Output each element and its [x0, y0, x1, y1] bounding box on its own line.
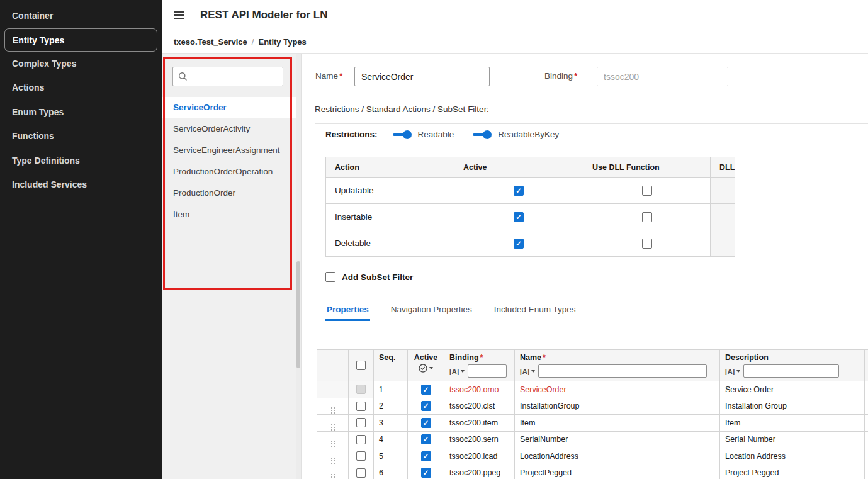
name-cell: InstallationGroup	[515, 398, 720, 415]
tab-properties[interactable]: Properties	[325, 305, 370, 321]
seq-cell: 3	[374, 415, 408, 432]
drag-handle-icon[interactable]	[331, 452, 335, 459]
binding-filter-input[interactable]	[468, 364, 507, 378]
active-checkbox[interactable]	[421, 434, 431, 444]
properties-header-row: Seq. Active Binding*	[317, 350, 868, 381]
add-subset-filter-checkbox[interactable]	[325, 272, 335, 282]
panel-scrollbar[interactable]	[296, 54, 301, 479]
entity-search-input[interactable]	[188, 72, 283, 81]
main-content: Name* Binding* Restrictions / Standard A…	[302, 54, 868, 479]
name-filter-input[interactable]	[538, 364, 707, 378]
active-checkbox[interactable]	[421, 451, 431, 461]
required-asterisk: *	[574, 71, 577, 81]
active-checkbox[interactable]	[421, 401, 431, 411]
row-select-checkbox[interactable]	[356, 402, 366, 411]
seq-cell: 2	[374, 398, 408, 415]
drag-handle-icon[interactable]	[331, 435, 335, 442]
select-all-checkbox[interactable]	[356, 361, 366, 370]
chevron-down-icon	[461, 370, 465, 373]
active-checkbox[interactable]	[421, 385, 431, 395]
sidebar-item-functions[interactable]: Functions	[0, 124, 162, 149]
use-dll-checkbox[interactable]	[642, 239, 652, 249]
use-dll-checkbox[interactable]	[642, 212, 652, 222]
sidebar-item-entity-types[interactable]: Entity Types	[4, 28, 157, 52]
alpha-filter-button[interactable]: [A]	[725, 368, 735, 375]
active-cell	[408, 415, 444, 432]
row-select-checkbox[interactable]	[356, 435, 366, 444]
drag-cell	[317, 381, 349, 398]
active-checkbox[interactable]	[514, 186, 524, 196]
name-input[interactable]	[354, 67, 490, 86]
row-select-checkbox[interactable]	[356, 418, 366, 427]
sidebar: ContainerEntity TypesComplex TypesAction…	[0, 0, 162, 479]
drag-dots	[331, 424, 332, 425]
dll-cell	[711, 230, 735, 257]
active-checkbox[interactable]	[514, 239, 524, 249]
sidebar-item-included-services[interactable]: Included Services	[0, 172, 162, 197]
required-asterisk: *	[339, 71, 342, 81]
select-cell	[349, 431, 374, 448]
drag-handle-icon[interactable]	[331, 402, 335, 409]
row-select-checkbox[interactable]	[356, 451, 366, 461]
alpha-filter-button[interactable]: [A]	[449, 368, 459, 375]
column-header-overflow	[865, 350, 868, 381]
required-asterisk: *	[480, 353, 483, 362]
entity-item-item[interactable]: Item	[162, 204, 296, 225]
active-checkbox[interactable]	[514, 212, 524, 222]
column-header-select	[349, 350, 374, 381]
name-cell: ServiceOrder	[515, 381, 720, 398]
scrollbar-thumb[interactable]	[296, 261, 300, 368]
hamburger-menu-icon[interactable]	[174, 11, 184, 19]
sidebar-item-enum-types[interactable]: Enum Types	[0, 100, 162, 125]
column-header-seq: Seq.	[374, 350, 408, 381]
tabs-divider	[315, 322, 868, 322]
sidebar-item-type-definitions[interactable]: Type Definitions	[0, 149, 162, 173]
binding-cell: tssoc200.clst	[444, 398, 515, 415]
toggle-readable[interactable]: Readable	[393, 130, 454, 139]
toggle-knob	[483, 130, 492, 139]
entity-item-serviceorderactivity[interactable]: ServiceOrderActivity	[162, 118, 296, 140]
tab-navigation-properties[interactable]: Navigation Properties	[390, 305, 473, 321]
use-dll-checkbox[interactable]	[642, 186, 652, 196]
property-row-1: 1tssoc200.ornoServiceOrderService Order	[317, 381, 868, 398]
tab-included-enum-types[interactable]: Included Enum Types	[493, 305, 577, 321]
breadcrumb: txeso.Test_Service / Entity Types	[162, 30, 868, 54]
active-checkbox[interactable]	[421, 468, 431, 478]
entity-item-serviceengineerassignment[interactable]: ServiceEngineerAssignment	[162, 140, 296, 161]
toggle-label: ReadableByKey	[498, 130, 559, 139]
entity-item-productionorder[interactable]: ProductionOrder	[162, 183, 296, 204]
name-cell: LocationAddress	[515, 448, 720, 465]
overflow-cell	[865, 381, 868, 398]
description-cell: Service Order	[720, 381, 865, 398]
section-divider	[315, 123, 868, 124]
alpha-filter-button[interactable]: [A]	[520, 368, 529, 375]
entity-item-productionorderoperation[interactable]: ProductionOrderOperation	[162, 161, 296, 183]
property-row-3: 3tssoc200.itemItemItem	[317, 415, 868, 432]
sidebar-item-complex-types[interactable]: Complex Types	[0, 52, 162, 76]
active-filter-button[interactable]	[413, 364, 439, 373]
row-select-checkbox[interactable]	[356, 468, 366, 478]
overflow-cell	[865, 415, 868, 432]
drag-cell	[317, 448, 349, 465]
name-cell: ProjectPegged	[515, 465, 720, 479]
sidebar-item-container[interactable]: Container	[0, 4, 162, 28]
description-cell: Project Pegged	[720, 465, 865, 479]
binding-cell: tssoc200.item	[444, 415, 515, 432]
toggle-switch-readable[interactable]	[393, 130, 412, 139]
toggle-switch-readablebykey[interactable]	[473, 130, 492, 139]
name-cell: SerialNumber	[515, 431, 720, 448]
column-header-action: Action	[326, 157, 454, 178]
add-subset-filter-label: Add SubSet Filter	[342, 273, 413, 282]
drag-handle-icon[interactable]	[331, 468, 335, 475]
toggle-readablebykey[interactable]: ReadableByKey	[473, 130, 559, 139]
entity-item-serviceorder[interactable]: ServiceOrder	[162, 97, 296, 118]
chevron-down-icon	[531, 370, 535, 373]
breadcrumb-separator: /	[252, 37, 254, 47]
breadcrumb-service[interactable]: txeso.Test_Service	[174, 37, 247, 47]
sidebar-item-actions[interactable]: Actions	[0, 76, 162, 100]
binding-label: Binding*	[544, 71, 577, 81]
description-filter-input[interactable]	[743, 364, 839, 378]
active-checkbox[interactable]	[421, 418, 431, 428]
drag-handle-icon[interactable]	[331, 419, 335, 425]
property-row-5: 5tssoc200.lcadLocationAddressLocation Ad…	[317, 448, 868, 465]
